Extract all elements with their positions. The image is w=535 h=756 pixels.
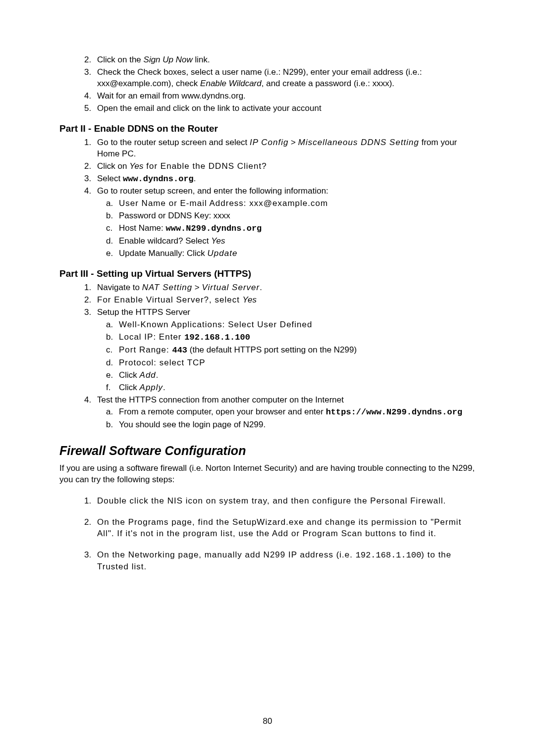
list-item: 4.Test the HTTPS connection from another… — [84, 395, 476, 406]
item-num: b. — [106, 419, 113, 431]
list-item: 3.On the Networking page, manually add N… — [84, 550, 476, 573]
item-num: d. — [106, 236, 113, 247]
list-item: b.You should see the login page of N299. — [84, 419, 476, 431]
part2-list: 1.Go to the router setup screen and sele… — [84, 137, 476, 198]
list-item: 4.Go to router setup screen, and enter t… — [84, 186, 476, 197]
list-item: c.Port Range: 443 (the default HTTPS por… — [84, 345, 476, 356]
item-num: 4. — [84, 395, 91, 406]
list-item: 1.Navigate to NAT Setting > Virtual Serv… — [84, 282, 476, 294]
list-item: e.Click Add. — [84, 370, 476, 381]
list-item: b.Local IP: Enter 192.168.1.100 — [84, 332, 476, 344]
item-num: 4. — [84, 91, 91, 102]
item-num: 1. — [84, 496, 91, 507]
list-item: 2.Click on Yes for Enable the DDNS Clien… — [84, 161, 476, 172]
item-num: 2. — [84, 54, 91, 66]
list-item: 3.Check the Check boxes, select a user n… — [84, 67, 476, 90]
part3-heading: Part III - Setting up Virtual Servers (H… — [59, 268, 476, 279]
page-number: 80 — [0, 716, 535, 726]
part3-list: 1.Navigate to NAT Setting > Virtual Serv… — [84, 282, 476, 318]
list-item: a.From a remote computer, open your brow… — [84, 406, 476, 418]
list-item: d.Enable wildcard? Select Yes — [84, 236, 476, 247]
item-num: b. — [106, 210, 113, 222]
list-item: a.User Name or E-mail Address: xxx@examp… — [84, 198, 476, 209]
item-num: 2. — [84, 517, 91, 528]
list-item: 3.Setup the HTTPS Server — [84, 307, 476, 318]
item-num: 3. — [84, 67, 91, 78]
list-item: 4.Wait for an email from www.dyndns.org. — [84, 91, 476, 102]
item-num: 3. — [84, 307, 91, 318]
firewall-list: 1.Double click the NIS icon on system tr… — [84, 496, 476, 573]
list-item: 5.Open the email and click on the link t… — [84, 103, 476, 114]
part3-item4: 4.Test the HTTPS connection from another… — [84, 395, 476, 406]
item-num: 4. — [84, 186, 91, 197]
list-item: d.Protocol: select TCP — [84, 357, 476, 369]
list-item: b.Password or DDNS Key: xxxx — [84, 210, 476, 222]
list-item: 2.For Enable Virtual Server?, select Yes — [84, 295, 476, 306]
list-item: e.Update Manually: Click Update — [84, 248, 476, 259]
item-num: d. — [106, 357, 113, 369]
block-a-list: 2.Click on the Sign Up Now link. 3.Check… — [84, 54, 476, 114]
list-item: 1.Double click the NIS icon on system tr… — [84, 496, 476, 507]
item-num: 1. — [84, 137, 91, 149]
list-item: 2.On the Programs page, find the SetupWi… — [84, 517, 476, 540]
list-item: a.Well-Known Applications: Select User D… — [84, 319, 476, 331]
item-num: 2. — [84, 161, 91, 172]
part2-sublist: a.User Name or E-mail Address: xxx@examp… — [84, 198, 476, 259]
firewall-heading: Firewall Software Configuration — [59, 444, 476, 458]
list-item: 1.Go to the router setup screen and sele… — [84, 137, 476, 160]
item-num: b. — [106, 332, 113, 343]
list-item: 2.Click on the Sign Up Now link. — [84, 54, 476, 66]
item-num: 3. — [84, 173, 91, 185]
item-num: 3. — [84, 550, 91, 561]
item-num: a. — [106, 319, 113, 331]
part3-sublist: a.Well-Known Applications: Select User D… — [84, 319, 476, 394]
item-num: e. — [106, 370, 113, 381]
list-item: 3.Select www.dyndns.org. — [84, 173, 476, 185]
list-item: f.Click Apply. — [84, 382, 476, 394]
item-num: 1. — [84, 282, 91, 294]
part2-heading: Part II - Enable DDNS on the Router — [59, 123, 476, 134]
item-num: f. — [106, 382, 110, 394]
firewall-intro: If you are using a software firewall (i.… — [59, 463, 476, 486]
item-num: 5. — [84, 103, 91, 114]
item-num: c. — [106, 223, 112, 234]
item-num: c. — [106, 345, 112, 356]
list-item: c.Host Name: www.N299.dyndns.org — [84, 223, 476, 235]
item-num: 2. — [84, 295, 91, 306]
item-num: a. — [106, 198, 113, 209]
part3-sublist2: a.From a remote computer, open your brow… — [84, 406, 476, 431]
item-num: e. — [106, 248, 113, 259]
item-num: a. — [106, 406, 113, 418]
